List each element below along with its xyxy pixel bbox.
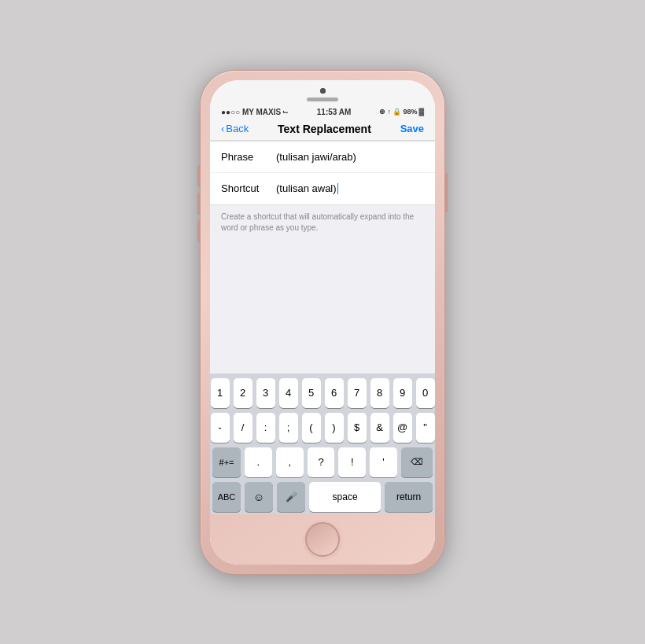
delete-key[interactable]: ⌫: [401, 447, 433, 477]
key-3[interactable]: 3: [256, 378, 275, 408]
key-colon[interactable]: :: [256, 413, 275, 443]
key-return[interactable]: return: [385, 482, 433, 512]
navigation-bar: ‹ Back Text Replacement Save: [210, 118, 435, 141]
key-space[interactable]: space: [309, 482, 381, 512]
status-bar: ●●○○ MY MAXIS ⌙ 11:53 AM ⊕ ↑ 🔒 98% ▓: [210, 106, 435, 118]
key-4[interactable]: 4: [279, 378, 298, 408]
key-8[interactable]: 8: [370, 378, 389, 408]
key-at[interactable]: @: [393, 413, 412, 443]
phone-frame: ●●○○ MY MAXIS ⌙ 11:53 AM ⊕ ↑ 🔒 98% ▓ ‹ B…: [201, 71, 444, 574]
battery-icon: ▓: [418, 108, 424, 116]
keyboard-row-punctuation: #+= . , ? ! ' ⌫: [212, 447, 433, 477]
status-battery: ⊕ ↑ 🔒 98% ▓: [379, 108, 424, 116]
key-open-paren[interactable]: (: [302, 413, 321, 443]
key-slash[interactable]: /: [234, 413, 252, 443]
front-camera: [320, 88, 326, 94]
key-6[interactable]: 6: [325, 378, 344, 408]
key-abc-mode[interactable]: ABC: [212, 482, 241, 512]
home-button-area: [210, 514, 435, 565]
back-button[interactable]: ‹ Back: [221, 123, 249, 134]
keyboard-row-symbols: - / : ; ( ) $ & @ ": [212, 413, 433, 443]
status-time: 11:53 AM: [317, 108, 352, 116]
phrase-label: Phrase: [221, 151, 276, 163]
key-quote[interactable]: ": [416, 413, 435, 443]
key-dollar[interactable]: $: [348, 413, 367, 443]
text-cursor: [337, 183, 339, 194]
speaker-grille: [307, 98, 338, 101]
wifi-icon: ⌙: [282, 108, 289, 116]
key-comma[interactable]: ,: [276, 447, 304, 477]
form-section: Phrase (tulisan jawi/arab) Shortcut (tul…: [210, 141, 435, 205]
key-0[interactable]: 0: [416, 378, 435, 408]
keyboard: 1 2 3 4 5 6 7 8 9 0 - / : ; (: [210, 374, 435, 514]
key-9[interactable]: 9: [393, 378, 412, 408]
keyboard-row-bottom: ABC ☺ 🎤 space return: [212, 482, 433, 512]
home-button[interactable]: [305, 522, 340, 557]
status-carrier: ●●○○ MY MAXIS ⌙: [221, 108, 289, 116]
key-emoji[interactable]: ☺: [245, 482, 273, 512]
content-spacer: [210, 240, 435, 374]
key-2[interactable]: 2: [234, 378, 252, 408]
phrase-value[interactable]: (tulisan jawi/arab): [276, 151, 424, 163]
keyboard-row-numbers: 1 2 3 4 5 6 7 8 9 0: [212, 378, 433, 408]
key-apostrophe[interactable]: ': [370, 447, 397, 477]
shortcut-row: Shortcut (tulisan awal): [210, 173, 435, 204]
key-exclaim[interactable]: !: [338, 447, 366, 477]
location-icon: ⊕ ↑ 🔒: [379, 108, 402, 116]
phrase-row: Phrase (tulisan jawi/arab): [210, 142, 435, 173]
phone-top-bar: [210, 80, 435, 106]
key-5[interactable]: 5: [302, 378, 321, 408]
shortcut-label: Shortcut: [221, 182, 276, 194]
key-question[interactable]: ?: [308, 447, 335, 477]
key-close-paren[interactable]: ): [325, 413, 344, 443]
key-period[interactable]: .: [245, 447, 272, 477]
save-button[interactable]: Save: [400, 123, 424, 134]
key-mic[interactable]: 🎤: [277, 482, 305, 512]
key-1[interactable]: 1: [211, 378, 230, 408]
chevron-left-icon: ‹: [221, 123, 224, 134]
key-7[interactable]: 7: [348, 378, 367, 408]
page-title: Text Replacement: [278, 123, 371, 135]
content-area: Phrase (tulisan jawi/arab) Shortcut (tul…: [210, 141, 435, 514]
form-hint: Create a shortcut that will automaticall…: [210, 205, 435, 240]
volume-down-button[interactable]: [197, 220, 201, 242]
shortcut-value[interactable]: (tulisan awal): [276, 182, 424, 195]
key-semicolon[interactable]: ;: [279, 413, 298, 443]
key-dash[interactable]: -: [211, 413, 230, 443]
volume-up-button[interactable]: [197, 193, 201, 215]
key-ampersand[interactable]: &: [370, 413, 389, 443]
phone-screen: ●●○○ MY MAXIS ⌙ 11:53 AM ⊕ ↑ 🔒 98% ▓ ‹ B…: [210, 80, 435, 565]
key-hashtag-mode[interactable]: #+=: [212, 447, 241, 477]
